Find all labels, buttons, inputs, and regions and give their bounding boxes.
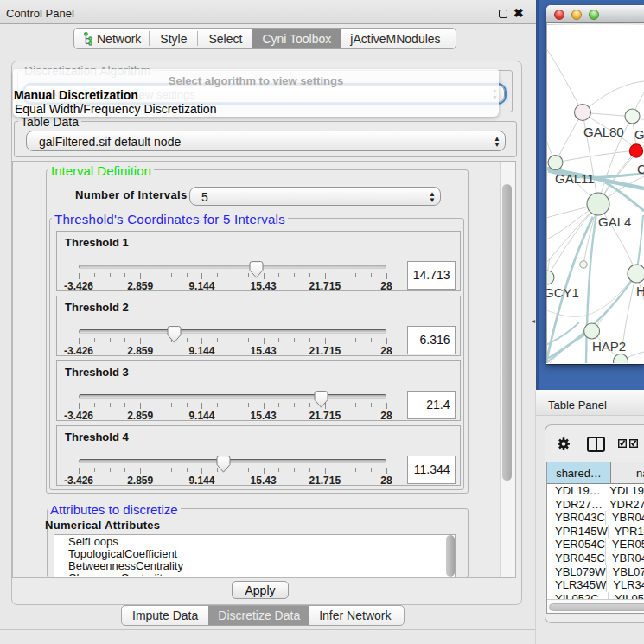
svg-text:GCY1: GCY1 — [546, 285, 579, 300]
svg-text:H: H — [636, 284, 644, 298]
svg-text:HAP2: HAP2 — [592, 339, 626, 354]
svg-text:C: C — [637, 162, 644, 176]
svg-text:GAL11: GAL11 — [555, 171, 595, 186]
svg-text:GAL4: GAL4 — [598, 214, 631, 229]
svg-text:GA: GA — [634, 127, 644, 142]
svg-text:GAL80: GAL80 — [583, 124, 624, 139]
